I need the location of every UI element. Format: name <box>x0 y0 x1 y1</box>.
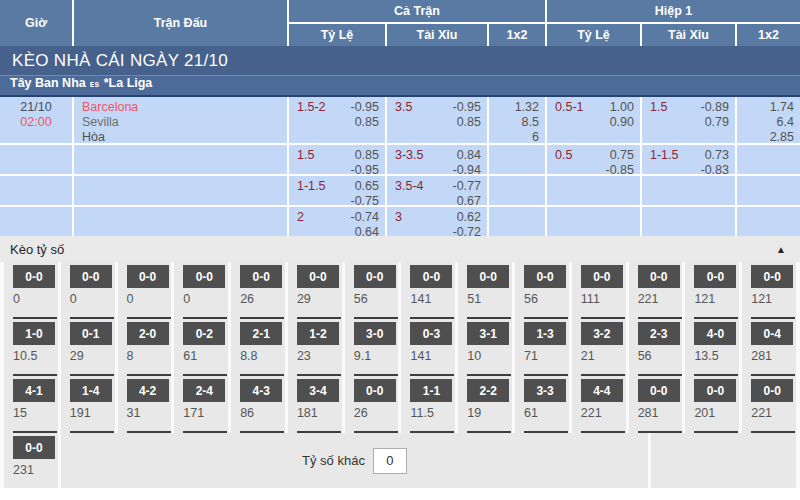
odds-value[interactable]: 8.5 <box>522 115 539 130</box>
score-chip[interactable]: 0-0 <box>694 265 736 288</box>
h1-handicap-cell[interactable]: 0.5-11.000.90 <box>547 97 640 143</box>
score-cell[interactable]: 2-4171 <box>174 376 228 433</box>
score-cell[interactable]: 0-0111 <box>572 262 626 319</box>
score-chip[interactable]: 0-0 <box>297 265 339 288</box>
score-chip[interactable]: 1-0 <box>13 322 55 345</box>
score-cell[interactable]: 4-115 <box>4 376 58 433</box>
ft-1x2-cell[interactable]: 1.328.56 <box>489 97 545 143</box>
odds-value[interactable]: 0.79 <box>705 115 729 130</box>
score-cell[interactable]: 3-221 <box>572 319 626 376</box>
score-cell[interactable]: 0-0221 <box>629 262 683 319</box>
score-cell[interactable]: 0-129 <box>61 319 115 376</box>
score-cell[interactable]: 0-0 231 <box>4 433 58 488</box>
score-cell[interactable]: 3-4181 <box>288 376 342 433</box>
score-chip[interactable]: 0-0 <box>638 379 680 402</box>
score-cell[interactable]: 0-00 <box>118 262 172 319</box>
ft-handicap-cell[interactable]: 2-0.740.64 <box>289 207 385 236</box>
score-chip[interactable]: 0-0 <box>354 265 396 288</box>
score-cell[interactable]: 0-0121 <box>742 262 796 319</box>
score-cell[interactable]: 0-051 <box>458 262 512 319</box>
h1-handicap-cell[interactable]: 0.50.75-0.85 <box>547 145 640 174</box>
collapse-arrow-icon[interactable]: ▲ <box>776 244 786 255</box>
odds-value[interactable]: 0.90 <box>610 115 634 130</box>
score-cell[interactable]: 1-4191 <box>61 376 115 433</box>
score-chip[interactable]: 0-0 <box>127 265 169 288</box>
ft-handicap-cell[interactable]: 1.5-2-0.950.85 <box>289 97 385 143</box>
score-chip[interactable]: 4-3 <box>240 379 282 402</box>
odds-value[interactable]: 1.32 <box>515 100 539 115</box>
odds-value[interactable]: -0.77 <box>453 179 482 194</box>
score-chip[interactable]: 0-0 <box>183 265 225 288</box>
score-cell[interactable]: 0-00 <box>61 262 115 319</box>
score-cell[interactable]: 0-4281 <box>742 319 796 376</box>
ft-overunder-cell[interactable]: 3.5-0.950.85 <box>387 97 487 143</box>
score-chip[interactable]: 0-4 <box>751 322 793 345</box>
score-chip[interactable]: 2-3 <box>638 322 680 345</box>
score-chip[interactable]: 0-0 <box>694 379 736 402</box>
score-cell[interactable]: 0-026 <box>231 262 285 319</box>
odds-value[interactable]: 0.73 <box>705 148 729 163</box>
score-cell[interactable]: 3-110 <box>458 319 512 376</box>
score-chip[interactable]: 1-4 <box>70 379 112 402</box>
odds-value[interactable]: -0.89 <box>701 100 730 115</box>
league-header[interactable]: Tây Ban Nha ᴇs *La Liga <box>0 76 800 97</box>
odds-value[interactable]: 6.4 <box>777 115 794 130</box>
score-chip[interactable]: 3-2 <box>581 322 623 345</box>
score-cell[interactable]: 3-361 <box>515 376 569 433</box>
score-chip[interactable]: 0-0 <box>240 265 282 288</box>
score-cell[interactable]: 0-0121 <box>685 262 739 319</box>
away-team[interactable]: Sevilla <box>82 115 287 130</box>
score-chip[interactable]: 0-0 <box>467 265 509 288</box>
odds-value[interactable]: 0.62 <box>457 210 481 225</box>
score-chip[interactable]: 4-4 <box>581 379 623 402</box>
score-cell[interactable]: 0-026 <box>345 376 399 433</box>
score-chip[interactable]: 1-3 <box>524 322 566 345</box>
score-chip[interactable]: 0-0 <box>13 436 55 459</box>
score-chip[interactable]: 2-4 <box>183 379 225 402</box>
score-cell[interactable]: 2-219 <box>458 376 512 433</box>
ft-overunder-cell[interactable]: 3-3.50.84-0.94 <box>387 145 487 174</box>
odds-value[interactable]: 0.75 <box>610 148 634 163</box>
odds-value[interactable]: 0.85 <box>355 148 379 163</box>
score-cell[interactable]: 1-223 <box>288 319 342 376</box>
score-chip[interactable]: 0-0 <box>524 265 566 288</box>
odds-value[interactable]: -0.72 <box>453 225 482 240</box>
score-chip[interactable]: 2-1 <box>240 322 282 345</box>
score-cell[interactable]: 0-029 <box>288 262 342 319</box>
odds-value[interactable]: 0.85 <box>457 115 481 130</box>
score-cell[interactable]: 0-0221 <box>742 376 796 433</box>
score-cell[interactable]: 4-231 <box>118 376 172 433</box>
score-chip[interactable]: 3-1 <box>467 322 509 345</box>
odds-value[interactable]: 0.65 <box>355 179 379 194</box>
score-chip[interactable]: 0-0 <box>13 265 55 288</box>
ft-overunder-cell[interactable]: 30.62-0.72 <box>387 207 487 236</box>
score-cell[interactable]: 3-09.1 <box>345 319 399 376</box>
score-cell[interactable]: 0-0281 <box>629 376 683 433</box>
score-chip[interactable]: 4-1 <box>13 379 55 402</box>
score-cell[interactable]: 1-111.5 <box>401 376 455 433</box>
score-chip[interactable]: 0-0 <box>354 379 396 402</box>
ft-handicap-cell[interactable]: 1-1.50.65-0.75 <box>289 176 385 205</box>
score-chip[interactable]: 0-0 <box>581 265 623 288</box>
score-chip[interactable]: 0-0 <box>751 265 793 288</box>
score-cell[interactable]: 1-010.5 <box>4 319 58 376</box>
score-chip[interactable]: 2-0 <box>127 322 169 345</box>
other-score-input[interactable] <box>373 448 407 474</box>
score-cell[interactable]: 0-056 <box>345 262 399 319</box>
score-chip[interactable]: 1-1 <box>410 379 452 402</box>
score-chip[interactable]: 3-0 <box>354 322 396 345</box>
h1-overunder-cell[interactable]: 1-1.50.73-0.83 <box>642 145 735 174</box>
score-chip[interactable]: 4-0 <box>694 322 736 345</box>
score-cell[interactable]: 0-00 <box>174 262 228 319</box>
odds-value[interactable]: -0.74 <box>351 210 380 225</box>
ft-handicap-cell[interactable]: 1.50.85-0.95 <box>289 145 385 174</box>
ft-overunder-cell[interactable]: 3.5-4-0.770.67 <box>387 176 487 205</box>
score-chip[interactable]: 3-3 <box>524 379 566 402</box>
score-cell[interactable]: 2-18.8 <box>231 319 285 376</box>
score-chip[interactable]: 0-0 <box>410 265 452 288</box>
score-cell[interactable]: 0-0201 <box>685 376 739 433</box>
home-team[interactable]: Barcelona <box>82 100 287 115</box>
score-cell[interactable]: 0-261 <box>174 319 228 376</box>
h1-overunder-cell[interactable]: 1.5-0.890.79 <box>642 97 735 143</box>
odds-value[interactable]: -0.95 <box>351 100 380 115</box>
